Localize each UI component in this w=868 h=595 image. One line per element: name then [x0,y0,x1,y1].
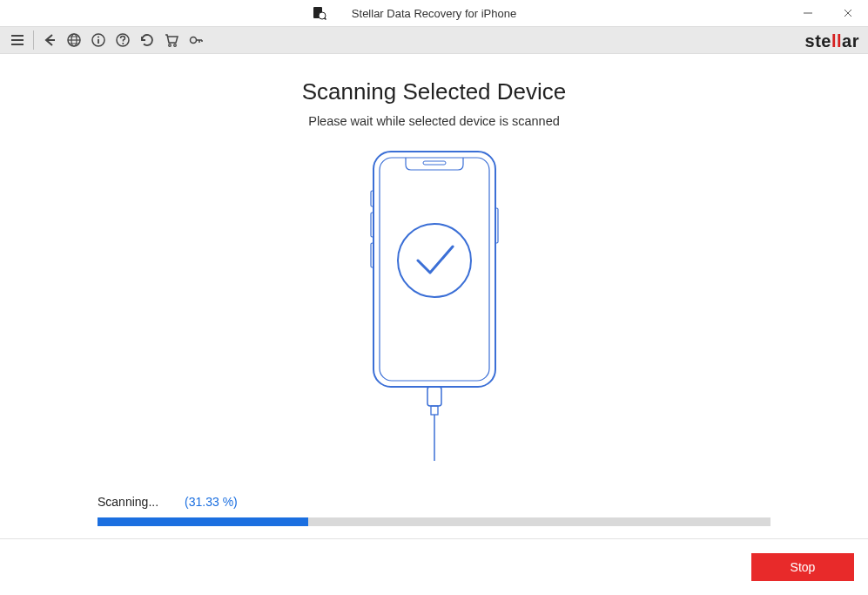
help-icon[interactable] [111,28,135,52]
toolbar: stellar [0,26,868,54]
svg-rect-34 [427,387,441,406]
page-heading: Scanning Selected Device [0,78,868,105]
progress-label: Scanning... [98,495,158,509]
window-controls [788,0,868,26]
brand-logo: stellar [805,27,859,55]
info-icon[interactable] [86,28,111,52]
svg-point-16 [98,37,99,38]
brand-text-pre: ste [805,31,831,51]
brand-text-accent: ll [831,31,842,51]
svg-rect-30 [371,213,373,237]
progress-fill [98,517,308,526]
main-content: Scanning Selected Device Please wait whi… [0,54,868,461]
minimize-button[interactable] [788,0,828,26]
key-icon[interactable] [184,28,208,52]
svg-rect-28 [423,161,446,165]
svg-point-22 [191,37,197,44]
menu-icon[interactable] [5,28,30,52]
svg-rect-35 [431,406,438,415]
progress-area: Scanning... (31.33 %) [98,495,770,526]
progress-percent: (31.33 %) [185,495,238,509]
phone-illustration [0,147,868,461]
svg-point-21 [174,44,177,47]
svg-rect-29 [371,191,373,206]
progress-bar [98,517,770,526]
window-title: Stellar Data Recovery for iPhone [352,7,516,20]
toolbar-separator [33,30,34,50]
svg-rect-32 [495,208,498,243]
svg-rect-31 [371,243,373,267]
close-button[interactable] [828,0,868,26]
page-subheading: Please wait while selected device is sca… [0,114,868,128]
back-button[interactable] [37,28,62,52]
svg-point-19 [122,43,124,44]
brand-text-post: ar [842,31,859,51]
footer: Stop [0,539,868,595]
titlebar: Stellar Data Recovery for iPhone [0,0,868,26]
refresh-icon[interactable] [135,28,159,52]
stop-button[interactable]: Stop [751,553,854,581]
svg-point-20 [169,44,172,47]
language-icon[interactable] [62,28,86,52]
svg-line-2 [324,18,326,20]
app-icon [313,6,326,20]
svg-point-33 [398,224,471,297]
cart-icon[interactable] [159,28,184,52]
